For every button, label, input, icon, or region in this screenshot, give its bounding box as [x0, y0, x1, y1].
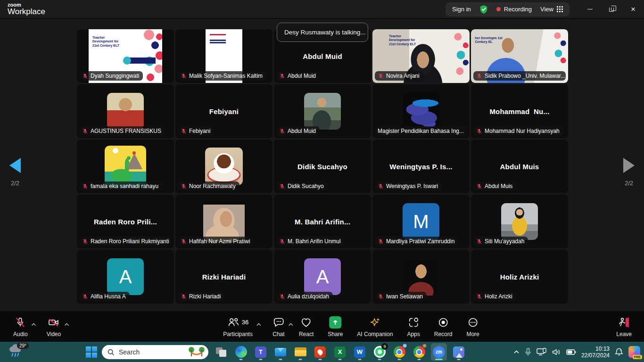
participant-tile[interactable]: Febiyani Febiyani [175, 84, 272, 138]
participants-label: Participants [223, 331, 253, 337]
profile-badge [422, 343, 427, 348]
restore-button[interactable] [601, 0, 622, 19]
taskbar-chrome-profile-2-icon[interactable] [411, 343, 427, 361]
muted-mic-icon [181, 128, 187, 134]
leave-button[interactable]: Leave [616, 316, 632, 337]
tray-battery-icon[interactable] [566, 349, 576, 355]
participant-tile[interactable]: Hafifah Nur Azmi Pratiwi [175, 195, 272, 248]
participants-options-caret[interactable] [256, 320, 261, 328]
minimize-button[interactable] [579, 0, 601, 19]
video-button[interactable]: Video [47, 316, 61, 337]
participant-avatar [203, 201, 245, 242]
next-page-arrow-icon[interactable] [623, 158, 635, 173]
participant-tile[interactable]: Noor Rachmawaty [175, 140, 272, 193]
participant-tile[interactable]: A Aulia dzulqoidah [274, 250, 371, 304]
share-screen-icon [329, 316, 341, 329]
taskbar-chrome-profile-1-icon[interactable] [391, 343, 407, 361]
participant-tile[interactable]: Teacher Development for 21st Century ELT… [77, 29, 174, 83]
active-speaker-toast: Desy Rusmawaty is talking... [277, 23, 368, 42]
muted-mic-icon [378, 183, 384, 189]
tray-display-cast-icon[interactable] [537, 348, 547, 356]
participant-tile[interactable]: her Developm 1st Century EL Sidik Prabow… [471, 29, 568, 83]
taskbar-task-view-icon[interactable] [213, 343, 229, 361]
running-indicator [358, 359, 362, 360]
recording-indicator[interactable]: Recording [496, 6, 532, 13]
participant-tile[interactable]: Iwan Setiawan [372, 250, 470, 304]
participant-name-text: AGUSTINUS FRANSISKUS [91, 128, 161, 134]
chat-button[interactable]: Chat [272, 316, 285, 337]
participant-tile[interactable]: M. Bahri Arifin... M. Bahri Arifin Unmul [274, 195, 371, 248]
participant-tile[interactable]: Mohammad Nu... Mohammad Nur Hadiyansyah [471, 84, 568, 138]
hidden-icons-chevron[interactable] [513, 350, 520, 354]
muted-mic-icon [82, 294, 88, 300]
participants-button[interactable]: 36 Participants [223, 316, 253, 337]
video-label: Video [47, 331, 61, 337]
taskbar-edge-icon[interactable] [233, 343, 249, 361]
participant-tile[interactable]: M Mardliya Pratiwi Zamruddin [372, 195, 470, 248]
taskbar-weather-widget[interactable]: 29° [8, 344, 26, 360]
close-button[interactable]: × [622, 0, 644, 19]
audio-button[interactable]: Audio [13, 316, 28, 337]
participant-name-text: Noor Rachmawaty [189, 183, 236, 189]
participant-tile[interactable]: Rizki Hariadi Rizki Hariadi [175, 250, 272, 304]
sign-in-button[interactable]: Sign in [452, 6, 471, 13]
participant-avatar [403, 93, 439, 130]
participant-tile[interactable]: A Alifia Husna A [77, 250, 174, 304]
copilot-icon[interactable]: PRE [628, 346, 640, 358]
chat-options-caret[interactable] [288, 320, 293, 328]
view-button[interactable]: View [540, 6, 563, 13]
participant-tile[interactable]: Teacher Development for 21st Century ELT… [372, 29, 470, 83]
participants-icon [227, 316, 239, 329]
security-shield-icon[interactable] [479, 5, 488, 14]
participant-tile[interactable]: AGUSTINUS FRANSISKUS [77, 84, 174, 138]
taskbar-pdf-reader-icon[interactable] [312, 343, 328, 361]
webinar-poster-text: Teacher Development for 21st Century ELT [389, 34, 418, 46]
react-button[interactable]: React [299, 316, 314, 337]
taskbar-word-icon[interactable]: W [352, 343, 368, 361]
previous-page-arrow-icon[interactable] [9, 158, 21, 173]
apps-label: Apps [407, 331, 420, 337]
participant-name-tag: Alifia Husna A [79, 292, 130, 301]
taskbar-file-explorer-icon[interactable] [292, 343, 308, 361]
participant-name-text: Holiz Arizki [485, 293, 512, 300]
taskbar-whatsapp-icon[interactable]: 9 [372, 343, 388, 361]
participant-tile[interactable]: Holiz Arizki Holiz Arizki [471, 250, 568, 304]
more-button[interactable]: More [466, 316, 479, 337]
participant-name-tag: Magister Pendidikan Bahasa Ing... [375, 126, 467, 136]
apps-button[interactable]: Apps [407, 316, 420, 337]
muted-mic-icon [82, 73, 88, 79]
windows-logo-icon [86, 346, 97, 358]
participant-tile[interactable]: famala eka sanhadi rahayu [77, 140, 174, 193]
participant-tile[interactable]: Malik Sofyan-Sanimas Kaltim [175, 29, 272, 83]
taskbar-zoom-icon[interactable]: zm [431, 343, 447, 361]
share-button[interactable]: Share [328, 316, 343, 337]
participant-tile[interactable]: Abdul Muis Abdul Muis [471, 140, 568, 193]
record-button[interactable]: Record [434, 316, 453, 337]
tray-microphone-icon[interactable] [525, 348, 531, 356]
participant-name-tag: Mardliya Pratiwi Zamruddin [375, 237, 458, 246]
participant-avatar [107, 93, 144, 130]
taskbar-search[interactable]: Search [102, 345, 208, 359]
participant-tile[interactable]: Raden Roro Prili... Raden Roro Priliani … [77, 195, 174, 248]
notifications-bell-icon[interactable]: z [615, 347, 623, 356]
taskbar-mail-icon[interactable] [272, 343, 289, 361]
participant-tile[interactable]: Didik Sucahyo Didik Sucahyo [274, 140, 371, 193]
video-options-caret[interactable] [64, 320, 69, 328]
audio-options-caret[interactable] [31, 320, 36, 328]
participant-name-tag: Raden Roro Priliani Rukmiyanti [79, 237, 172, 246]
ai-companion-button[interactable]: AI Companion [357, 316, 393, 337]
taskbar-photos-icon[interactable] [451, 343, 467, 361]
taskbar-excel-icon[interactable]: X [332, 343, 348, 361]
muted-mic-icon [476, 73, 482, 79]
participant-tile[interactable]: Magister Pendidikan Bahasa Ing... [372, 84, 470, 138]
muted-mic-icon [181, 294, 187, 300]
running-indicator [299, 359, 302, 360]
start-button[interactable] [85, 346, 98, 358]
participant-tile[interactable]: Weningtyas P. Is... Weningtyas P. Iswari [372, 140, 470, 193]
participant-tile[interactable]: Abdul Muid [274, 84, 371, 138]
muted-mic-icon [378, 73, 384, 79]
taskbar-teams-icon[interactable]: T [253, 343, 269, 361]
tray-volume-icon[interactable] [552, 348, 561, 356]
tray-clock[interactable]: 10:13 22/07/2024 [581, 346, 610, 359]
participant-tile[interactable]: Siti Mu'ayyadah [471, 195, 568, 248]
